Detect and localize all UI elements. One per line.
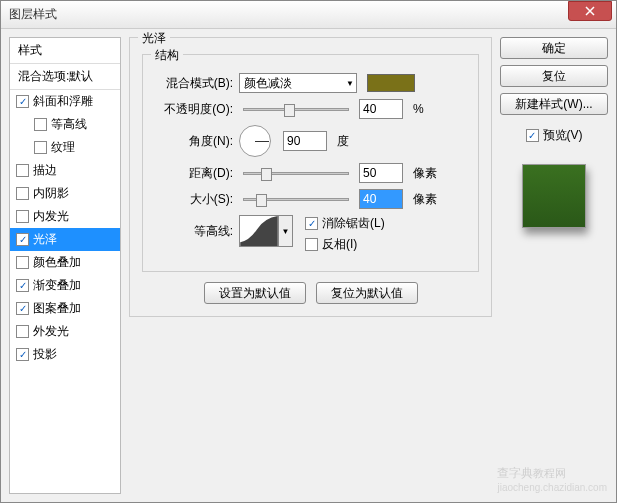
size-row: 大小(S): 40 像素 [155,189,466,209]
opacity-slider[interactable] [243,108,349,111]
size-unit: 像素 [413,191,437,208]
window-title: 图层样式 [9,6,57,23]
checkbox-icon [34,118,47,131]
sidebar-item-label: 内发光 [33,208,69,225]
sidebar-item-label: 斜面和浮雕 [33,93,93,110]
checkbox-icon [305,217,318,230]
sidebar-item[interactable]: 投影 [10,343,120,366]
sidebar-item[interactable]: 纹理 [10,136,120,159]
panel-title: 光泽 [138,30,170,47]
sidebar-item[interactable]: 图案叠加 [10,297,120,320]
distance-input[interactable]: 50 [359,163,403,183]
checkbox-icon [16,164,29,177]
checkbox-icon [16,95,29,108]
checkbox-icon [16,302,29,315]
angle-input[interactable]: 90 [283,131,327,151]
checkbox-icon [16,187,29,200]
checkbox-icon [16,256,29,269]
cancel-button[interactable]: 复位 [500,65,608,87]
sidebar-item-label: 描边 [33,162,57,179]
chevron-down-icon: ▼ [346,79,354,88]
satin-fieldset: 光泽 结构 混合模式(B): 颜色减淡 ▼ 不透明度(O): [129,37,492,317]
checkbox-icon [16,233,29,246]
sidebar-item[interactable]: 描边 [10,159,120,182]
angle-row: 角度(N): 90 度 [155,125,466,157]
dialog-body: 样式 混合选项:默认 斜面和浮雕等高线纹理描边内阴影内发光光泽颜色叠加渐变叠加图… [1,29,616,502]
checkbox-icon [16,210,29,223]
new-style-button[interactable]: 新建样式(W)... [500,93,608,115]
sidebar-item[interactable]: 等高线 [10,113,120,136]
default-buttons: 设置为默认值 复位为默认值 [142,282,479,304]
sidebar-item-label: 渐变叠加 [33,277,81,294]
invert-label: 反相(I) [322,236,357,253]
reset-default-button[interactable]: 复位为默认值 [316,282,418,304]
opacity-unit: % [413,102,424,116]
contour-row: 等高线: ▼ 消除锯齿(L) [155,215,466,253]
angle-unit: 度 [337,133,349,150]
sidebar-header: 样式 [10,38,120,64]
blend-mode-row: 混合模式(B): 颜色减淡 ▼ [155,73,466,93]
structure-legend: 结构 [151,47,183,64]
sidebar-item[interactable]: 光泽 [10,228,120,251]
contour-dropdown[interactable]: ▼ [279,215,293,247]
opacity-row: 不透明度(O): 40 % [155,99,466,119]
blend-mode-select[interactable]: 颜色减淡 ▼ [239,73,357,93]
sidebar-item[interactable]: 渐变叠加 [10,274,120,297]
sidebar-item-label: 外发光 [33,323,69,340]
opacity-input[interactable]: 40 [359,99,403,119]
preview-checkbox[interactable]: 预览(V) [500,127,608,144]
distance-row: 距离(D): 50 像素 [155,163,466,183]
contour-label: 等高线: [155,215,233,240]
close-button[interactable] [568,1,612,21]
distance-slider[interactable] [243,172,349,175]
angle-dial[interactable] [239,125,271,157]
checkbox-icon [526,129,539,142]
style-sidebar: 样式 混合选项:默认 斜面和浮雕等高线纹理描边内阴影内发光光泽颜色叠加渐变叠加图… [9,37,121,494]
distance-label: 距离(D): [155,165,233,182]
checkbox-icon [34,141,47,154]
set-default-button[interactable]: 设置为默认值 [204,282,306,304]
sidebar-item-label: 投影 [33,346,57,363]
preview-label: 预览(V) [543,127,583,144]
invert-checkbox[interactable]: 反相(I) [305,236,385,253]
sidebar-item[interactable]: 内阴影 [10,182,120,205]
distance-thumb[interactable] [261,168,272,181]
sidebar-item[interactable]: 斜面和浮雕 [10,90,120,113]
close-icon [585,6,595,16]
checkbox-icon [305,238,318,251]
titlebar: 图层样式 [1,1,616,29]
checkbox-icon [16,325,29,338]
sidebar-item[interactable]: 内发光 [10,205,120,228]
contour-picker[interactable] [239,215,279,247]
dialog-window: 图层样式 样式 混合选项:默认 斜面和浮雕等高线纹理描边内阴影内发光光泽颜色叠加… [0,0,617,503]
structure-fieldset: 结构 混合模式(B): 颜色减淡 ▼ 不透明度(O): [142,54,479,272]
sidebar-item-label: 光泽 [33,231,57,248]
antialias-label: 消除锯齿(L) [322,215,385,232]
ok-button[interactable]: 确定 [500,37,608,59]
size-slider[interactable] [243,198,349,201]
size-label: 大小(S): [155,191,233,208]
opacity-thumb[interactable] [284,104,295,117]
sidebar-item-label: 等高线 [51,116,87,133]
blend-mode-value: 颜色减淡 [244,75,292,92]
contour-icon [240,216,278,246]
antialias-checkbox[interactable]: 消除锯齿(L) [305,215,385,232]
sidebar-item-label: 颜色叠加 [33,254,81,271]
blend-mode-label: 混合模式(B): [155,75,233,92]
size-input[interactable]: 40 [359,189,403,209]
blend-color-swatch[interactable] [367,74,415,92]
right-column: 确定 复位 新建样式(W)... 预览(V) [500,37,608,494]
sidebar-item-label: 图案叠加 [33,300,81,317]
preview-thumbnail [522,164,586,228]
angle-label: 角度(N): [155,133,233,150]
sidebar-subheader[interactable]: 混合选项:默认 [10,64,120,90]
main-panel: 光泽 结构 混合模式(B): 颜色减淡 ▼ 不透明度(O): [129,37,492,494]
checkbox-icon [16,348,29,361]
sidebar-item[interactable]: 颜色叠加 [10,251,120,274]
size-thumb[interactable] [256,194,267,207]
distance-unit: 像素 [413,165,437,182]
checkbox-icon [16,279,29,292]
sidebar-item-label: 内阴影 [33,185,69,202]
opacity-label: 不透明度(O): [155,101,233,118]
sidebar-item[interactable]: 外发光 [10,320,120,343]
